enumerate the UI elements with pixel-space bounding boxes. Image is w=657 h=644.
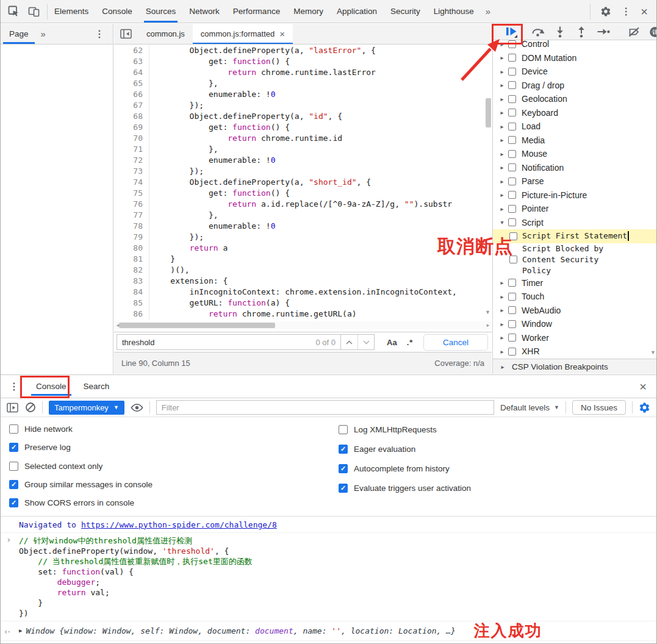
breakpoint-checkbox[interactable] — [508, 136, 516, 144]
more-tabs-icon[interactable]: » — [481, 6, 495, 16]
tab-console[interactable]: Console — [27, 375, 75, 398]
chevron-right-icon[interactable]: ▸ — [497, 96, 507, 102]
tab-performance[interactable]: Performance — [226, 0, 287, 23]
breakpoint-checkbox[interactable] — [508, 163, 516, 171]
breakpoint-checkbox[interactable] — [508, 109, 516, 116]
step-out-button[interactable] — [575, 26, 587, 38]
tab-lighthouse[interactable]: Lighthouse — [427, 0, 481, 23]
console-setting[interactable]: ✓Evaluate triggers user activation — [339, 482, 471, 494]
breakpoint-item[interactable]: ▸DOM Mutation — [493, 51, 657, 65]
file-tab-commonjs-formatted[interactable]: common.js:formatted × — [193, 24, 293, 44]
line-number[interactable]: 85 — [114, 298, 149, 309]
breakpoint-checkbox[interactable] — [508, 177, 516, 185]
step-button[interactable] — [597, 27, 610, 37]
close-drawer-icon[interactable]: × — [639, 381, 656, 393]
javascript-context-select[interactable]: Tampermonkey ▼ — [49, 401, 124, 415]
breakpoint-checkbox[interactable] — [508, 68, 516, 76]
regex-button[interactable]: .* — [407, 338, 414, 347]
setting-checkbox[interactable]: ✓ — [9, 480, 18, 489]
chevron-right-icon[interactable]: ▸ — [497, 279, 507, 286]
hide-navigator-icon[interactable] — [114, 24, 138, 44]
chevron-right-icon[interactable]: ▸ — [497, 151, 507, 157]
scroll-down-icon[interactable]: ▼ — [650, 349, 656, 356]
breakpoint-item[interactable]: ▸Device — [493, 65, 657, 79]
show-console-sidebar-icon[interactable] — [7, 402, 19, 413]
issues-counter-button[interactable]: No Issues — [572, 400, 626, 415]
breakpoint-item[interactable]: ▸Drag / drop — [493, 79, 657, 93]
breakpoint-item[interactable]: ▸Geolocation — [493, 92, 657, 106]
line-number[interactable]: 63 — [114, 56, 149, 67]
console-setting[interactable]: ✓Autocomplete from history — [339, 462, 471, 474]
line-number[interactable]: 74 — [114, 177, 149, 188]
setting-checkbox[interactable]: ✓ — [9, 443, 18, 452]
match-case-button[interactable]: Aa — [387, 338, 397, 347]
console-settings-gear-icon[interactable] — [639, 402, 650, 413]
deactivate-breakpoints-button[interactable] — [628, 27, 640, 37]
line-number[interactable]: 67 — [114, 100, 149, 111]
device-toolbar-icon[interactable] — [28, 5, 40, 17]
console-setting[interactable]: Log XMLHttpRequests — [339, 423, 471, 435]
breakpoint-checkbox[interactable] — [508, 306, 516, 314]
line-number[interactable]: 73 — [114, 166, 149, 177]
scroll-down-icon[interactable]: ▼ — [485, 309, 490, 315]
close-devtools-icon[interactable]: × — [641, 5, 648, 18]
line-number[interactable]: 77 — [114, 210, 149, 221]
editor-horizontal-scrollbar[interactable]: ◂ ▸ — [114, 321, 492, 329]
chevron-right-icon[interactable]: ▸ — [497, 109, 507, 116]
breakpoint-checkbox[interactable] — [508, 40, 516, 48]
kebab-menu-icon[interactable]: ⋮ — [621, 7, 631, 16]
breakpoint-item[interactable]: ▸Timer — [493, 276, 657, 290]
inspect-element-icon[interactable] — [8, 5, 20, 17]
console-setting[interactable]: ✓Preserve log — [9, 442, 330, 453]
tab-memory[interactable]: Memory — [287, 0, 330, 23]
breakpoint-item[interactable]: ▸Pointer — [493, 202, 657, 216]
breakpoint-item[interactable]: ▸Load — [493, 120, 657, 134]
chevron-right-icon[interactable]: ▸ — [497, 123, 507, 130]
breakpoint-checkbox[interactable] — [508, 81, 516, 89]
tab-application[interactable]: Application — [330, 0, 384, 23]
tab-security[interactable]: Security — [384, 0, 427, 23]
breakpoint-checkbox[interactable] — [508, 320, 516, 328]
breakpoint-checkbox[interactable] — [508, 334, 516, 342]
console-setting[interactable]: ✓Group similar messages in console — [9, 479, 330, 490]
line-number[interactable]: 83 — [114, 276, 149, 287]
editor-vertical-scrollbar[interactable] — [486, 98, 491, 127]
chevron-right-icon[interactable]: ▸ — [497, 82, 507, 88]
chevron-right-icon[interactable]: ▸ — [497, 206, 507, 212]
sidebar-kebab-icon[interactable]: ⋮ — [95, 29, 113, 39]
file-tab-commonjs[interactable]: common.js — [138, 24, 193, 44]
breakpoint-item[interactable]: ▸Mouse — [493, 147, 657, 161]
breakpoint-child-highlighted[interactable]: Script First Statement — [493, 229, 657, 243]
breakpoint-checkbox[interactable] — [508, 54, 516, 62]
breakpoint-checkbox[interactable] — [508, 348, 516, 356]
console-setting[interactable]: ✓Show CORS errors in console — [9, 498, 330, 509]
line-number[interactable]: 81 — [114, 254, 149, 265]
chevron-right-icon[interactable]: ▸ — [497, 178, 507, 185]
sidebar-more-tabs-icon[interactable]: » — [37, 29, 49, 39]
setting-checkbox[interactable] — [9, 424, 18, 434]
breakpoint-item[interactable]: ▸XHR — [493, 345, 657, 359]
breakpoint-checkbox[interactable] — [508, 123, 516, 131]
breakpoint-checkbox[interactable] — [508, 205, 516, 213]
line-number[interactable]: 75 — [114, 188, 149, 199]
breakpoint-item[interactable]: ▸WebAudio — [493, 304, 657, 318]
line-number[interactable]: 82 — [114, 265, 149, 276]
hscroll-thumb[interactable] — [119, 323, 275, 328]
breakpoint-checkbox[interactable] — [509, 232, 517, 240]
line-number[interactable]: 64 — [114, 67, 149, 78]
chevron-right-icon[interactable]: ▸ — [497, 191, 507, 198]
line-number[interactable]: 62 — [114, 45, 149, 56]
chevron-right-icon[interactable]: ▸ — [497, 164, 507, 171]
setting-checkbox[interactable]: ✓ — [9, 498, 18, 507]
breakpoint-checkbox[interactable] — [508, 279, 516, 287]
chevron-right-icon[interactable]: ▸ — [497, 334, 507, 341]
chevron-right-icon[interactable]: ▸ — [497, 321, 507, 327]
setting-checkbox[interactable]: ✓ — [339, 464, 348, 473]
chevron-right-icon[interactable]: ▸ — [497, 307, 507, 313]
log-levels-dropdown[interactable]: Default levels ▼ — [500, 403, 559, 412]
chevron-right-icon[interactable]: ▸ — [497, 41, 507, 48]
breakpoint-checkbox[interactable] — [508, 293, 516, 301]
breakpoint-item[interactable]: ▸Parse — [493, 174, 657, 188]
clear-console-icon[interactable] — [25, 402, 36, 413]
chevron-right-icon[interactable]: ▸ — [497, 68, 507, 75]
